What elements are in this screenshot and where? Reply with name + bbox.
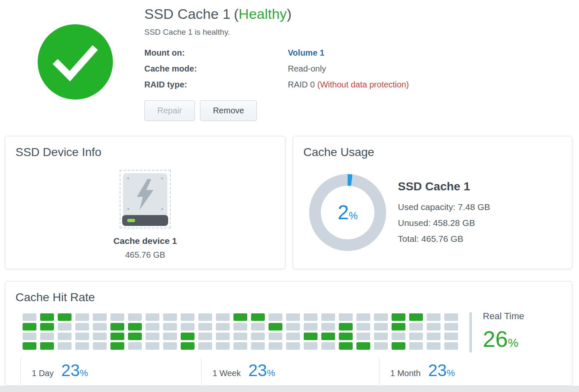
hit-block-gray <box>233 323 247 331</box>
hit-block-gray <box>58 342 72 350</box>
hit-block-green <box>110 333 124 340</box>
hit-block-gray <box>128 342 142 350</box>
hit-block-gray <box>198 313 212 321</box>
status-description: SSD Cache 1 is healthy. <box>144 28 437 37</box>
usage-percent-value: 2 <box>338 202 349 223</box>
hit-block-gray <box>110 313 124 321</box>
hit-block-gray <box>163 333 177 340</box>
stat-1-month-label: 1 Month <box>390 369 420 378</box>
hit-block-green <box>321 333 335 340</box>
hit-block-gray <box>356 333 370 340</box>
lightning-bolt-icon <box>134 177 156 213</box>
hit-block-gray <box>444 342 458 350</box>
hit-block-gray <box>286 342 300 350</box>
stat-1-month-percent-sign: % <box>447 368 455 379</box>
hit-block-gray <box>75 342 89 350</box>
hit-block-green <box>409 313 423 321</box>
hit-block-green <box>40 323 54 331</box>
cache-details: Mount on: Volume 1 Cache mode: Read-only… <box>144 48 437 90</box>
hit-block-green <box>251 313 265 321</box>
realtime-stat: Real Time 26 % <box>483 311 524 350</box>
hit-block-gray <box>163 323 177 331</box>
cache-mode-value: Read-only <box>288 64 326 74</box>
stat-1-month-value: 23 <box>428 362 447 379</box>
hit-block-gray <box>304 323 318 331</box>
cache-usage-card: Cache Usage 2 % SSD Cache 1 Used capacit… <box>293 136 572 269</box>
page-title: SSD Cache 1(Healthy) <box>144 5 437 23</box>
realtime-divider <box>469 312 472 353</box>
detail-row-mode: Cache mode: Read-only <box>144 64 437 74</box>
stat-1-day: 1 Day 23 % <box>20 358 201 384</box>
hit-block-gray <box>427 313 441 321</box>
stat-1-week-label: 1 Week <box>213 369 241 378</box>
screw-icon <box>161 177 163 179</box>
hit-block-green <box>181 333 195 340</box>
hit-block-gray <box>427 342 441 350</box>
repair-button[interactable]: Repair <box>144 100 195 121</box>
hit-block-green <box>392 342 405 350</box>
ssd-device-info-card: SSD Device Info Cache device 1 465.76 GB <box>5 136 285 269</box>
usage-details: SSD Cache 1 Used capacity: 7.48 GB Unuse… <box>398 180 490 247</box>
hit-block-gray <box>356 323 370 331</box>
stat-1-month: 1 Month 23 % <box>379 358 563 384</box>
detail-row-mount: Mount on: Volume 1 <box>144 48 437 58</box>
hit-block-gray <box>321 323 335 331</box>
hit-block-gray <box>146 333 159 340</box>
ssd-cache-status-page: { "header": { "title": "SSD Cache 1", "s… <box>0 0 579 392</box>
ssd-device-icon <box>120 170 171 228</box>
raid-warning-note: (Without data protection) <box>317 80 409 89</box>
realtime-value: 26 <box>483 328 508 350</box>
hit-block-gray <box>251 323 265 331</box>
hit-block-gray <box>181 313 195 321</box>
realtime-percent-sign: % <box>508 336 518 350</box>
hit-block-green <box>392 323 405 331</box>
hit-block-gray <box>216 313 230 321</box>
cache-device-size: 465.76 GB <box>15 250 275 260</box>
hit-block-gray <box>181 323 195 331</box>
stat-1-day-value: 23 <box>61 362 80 379</box>
hit-block-green <box>40 313 54 321</box>
hit-block-gray <box>146 323 159 331</box>
healthy-check-icon <box>38 24 113 100</box>
hit-block-green <box>339 342 353 350</box>
status-paren-close: ) <box>287 6 292 22</box>
hit-rate-stats: 1 Day 23 % 1 Week 23 % 1 Month 23 % <box>20 358 563 384</box>
hit-block-gray <box>304 342 318 350</box>
hit-block-gray <box>374 333 388 340</box>
stat-1-week-percent-sign: % <box>267 368 275 379</box>
hit-block-gray <box>58 333 72 340</box>
hit-block-gray <box>233 342 247 350</box>
hit-block-gray <box>374 342 388 350</box>
volume-link[interactable]: Volume 1 <box>288 48 324 57</box>
hit-block-gray <box>75 333 89 340</box>
hit-block-gray <box>321 342 335 350</box>
remove-button[interactable]: Remove <box>200 100 257 121</box>
hit-block-gray <box>321 313 335 321</box>
hit-block-gray <box>286 313 300 321</box>
hit-block-green <box>269 323 282 331</box>
cache-hit-rate-title: Cache Hit Rate <box>15 291 562 304</box>
hit-block-gray <box>251 342 265 350</box>
hit-block-gray <box>427 333 441 340</box>
total-capacity-line: Total: 465.76 GB <box>398 231 490 247</box>
hit-block-green <box>58 313 72 321</box>
hit-block-green <box>339 333 353 340</box>
hit-block-gray <box>269 333 282 340</box>
unused-capacity-line: Unused: 458.28 GB <box>398 215 490 231</box>
usage-percent-sign: % <box>349 210 358 222</box>
hit-block-gray <box>409 342 423 350</box>
screw-icon <box>127 208 129 210</box>
hit-block-gray <box>93 333 107 340</box>
hit-block-gray <box>146 342 159 350</box>
hit-block-gray <box>339 313 353 321</box>
hit-rate-row <box>23 323 462 331</box>
hit-block-gray <box>93 323 107 331</box>
hit-block-gray <box>75 313 89 321</box>
hit-block-green <box>40 342 54 350</box>
hit-block-gray <box>93 342 107 350</box>
hit-block-green <box>110 323 124 331</box>
cache-usage-title: Cache Usage <box>303 146 562 159</box>
cache-name: SSD Cache 1 <box>144 6 231 22</box>
hit-block-gray <box>444 313 458 321</box>
realtime-label: Real Time <box>483 311 524 322</box>
